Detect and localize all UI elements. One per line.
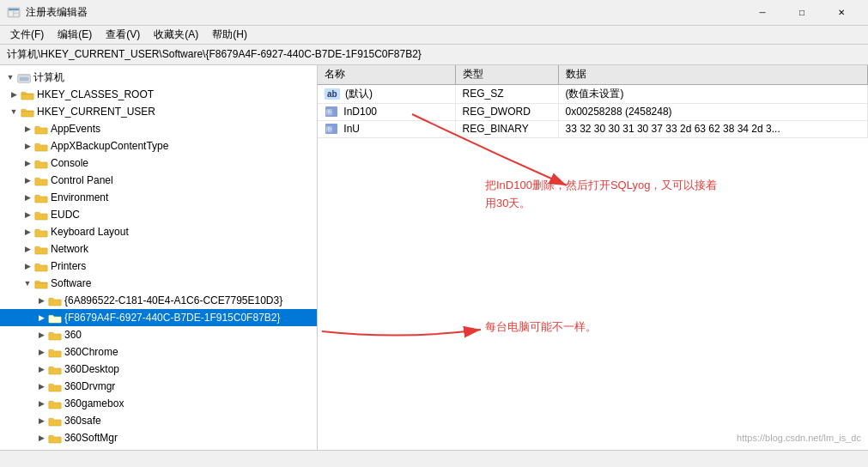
registry-panel: 名称 类型 数据 ab (默认) REG_SZ (数值未设置) [318,65,868,450]
expand-arrow [34,294,48,307]
folder-icon [48,397,62,410]
tree-item-360chrome[interactable]: 360Chrome [0,343,317,361]
menu-help[interactable]: 帮助(H) [205,26,254,44]
tree-item-360drvmgr[interactable]: 360Drvmgr [0,378,317,395]
tree-panel[interactable]: 计算机 HKEY_CLASSES_ROOT HKEY_CURRENT [0,65,318,450]
tree-label: 360Chrome [64,346,118,358]
expand-arrow [21,242,34,256]
folder-icon [21,88,34,101]
tree-item-appevents[interactable]: AppEvents [0,120,317,137]
folder-icon [48,328,62,342]
tree-label: 360SoftMgr [64,432,118,444]
expand-arrow [21,276,34,290]
reg-name: ab (默认) [318,84,455,103]
maximize-button[interactable]: □ [782,0,822,26]
tree-item-360[interactable]: 360 [0,326,317,343]
expand-arrow [21,191,34,204]
reg-data: 0x00258288 (2458248) [558,103,868,120]
tree-item-keyboard-layout[interactable]: Keyboard Layout [0,223,317,240]
tree-label: Console [51,157,88,169]
tree-label: 360WallPaper [64,449,129,450]
main-content: 计算机 HKEY_CLASSES_ROOT HKEY_CURRENT [0,65,868,450]
expand-arrow [34,448,48,450]
tree-label: 360Drvmgr [64,380,115,392]
menu-file[interactable]: 文件(F) [3,26,51,44]
tree-item-network[interactable]: Network [0,240,317,258]
tree-label: 360Desktop [64,363,119,375]
tree-label: Network [51,243,88,255]
expand-arrow [21,122,34,136]
tree-item-360gamebox[interactable]: 360gamebox [0,395,317,412]
expand-arrow [21,259,34,273]
svg-rect-4 [14,14,19,16]
folder-icon [48,379,62,393]
menu-view[interactable]: 查看(V) [99,26,147,44]
reg-name: 圈 InU [318,120,455,137]
tree-item-guid2[interactable]: {F8679A4F-6927-440C-B7DE-1F915C0F87B2} [0,309,317,326]
tree-item-console[interactable]: Console [0,155,317,172]
expand-arrow [21,139,34,153]
expand-arrow [21,225,34,239]
tree-item-environment[interactable]: Environment [0,189,317,206]
table-row[interactable]: 圈 InD100 REG_DWORD 0x00258288 (2458248) [318,103,868,120]
menu-favorites[interactable]: 收藏夹(A) [147,26,205,44]
folder-icon [34,225,48,239]
col-data: 数据 [558,65,868,84]
table-row[interactable]: ab (默认) REG_SZ (数值未设置) [318,84,868,103]
folder-icon [48,311,62,324]
tree-label: AppXBackupContentType [51,140,168,152]
menu-edit[interactable]: 编辑(E) [51,26,99,44]
tree-label: AppEvents [51,123,100,135]
tree-label: Software [51,277,91,289]
minimize-button[interactable]: ─ [743,0,782,26]
tree-label: HKEY_CURRENT_USER [37,106,155,118]
folder-icon [48,345,62,359]
tree-item-360wallpaper[interactable]: 360WallPaper [0,446,317,450]
folder-icon [34,276,48,290]
tree-label: 360safe [64,415,101,427]
expand-arrow [34,431,48,445]
tree-item-360softmgr[interactable]: 360SoftMgr [0,429,317,446]
expand-arrow [21,208,34,221]
tree-item-hkcu[interactable]: HKEY_CURRENT_USER [0,103,317,120]
tree-item-360desktop[interactable]: 360Desktop [0,361,317,378]
tree-item-printers[interactable]: Printers [0,258,317,275]
close-button[interactable]: ✕ [822,0,861,26]
tree-label: 计算机 [33,70,64,85]
registry-table-wrap[interactable]: 名称 类型 数据 ab (默认) REG_SZ (数值未设置) [318,65,868,450]
tree-item-eudc[interactable]: EUDC [0,206,317,223]
svg-rect-7 [19,76,28,81]
folder-icon [34,191,48,204]
folder-icon [34,122,48,136]
reg-icon: 圈 [325,123,338,135]
folder-icon [34,139,48,153]
expand-arrow [7,88,21,101]
registry-table: 名称 类型 数据 ab (默认) REG_SZ (数值未设置) [318,65,868,138]
tree-item-360safe[interactable]: 360safe [0,412,317,429]
svg-rect-3 [14,11,19,13]
table-row[interactable]: 圈 InU REG_BINARY 33 32 30 30 31 30 37 33… [318,120,868,137]
reg-icon: 圈 [325,106,338,118]
folder-icon [21,105,34,118]
tree-item-controlpanel[interactable]: Control Panel [0,172,317,189]
reg-name: 圈 InD100 [318,103,455,120]
tree-item-computer[interactable]: 计算机 [0,69,317,86]
title-bar-left: 注册表编辑器 [7,5,88,20]
reg-type: REG_SZ [455,84,558,103]
tree-item-software[interactable]: Software [0,275,317,292]
tree-item-hkcr[interactable]: HKEY_CLASSES_ROOT [0,86,317,103]
folder-icon [34,208,48,221]
status-bar [0,450,868,467]
ab-icon: ab [325,88,340,100]
svg-rect-1 [9,9,19,10]
tree-item-appxbackup[interactable]: AppXBackupContentType [0,137,317,155]
svg-text:圈: 圈 [326,109,332,115]
folder-icon [34,242,48,256]
expand-arrow [34,362,48,376]
folder-icon [34,156,48,170]
window-controls: ─ □ ✕ [743,0,861,26]
expand-arrow [3,70,17,84]
folder-icon [34,173,48,187]
tree-item-guid1[interactable]: {6A896522-C181-40E4-A1C6-CCE7795E10D3} [0,292,317,309]
expand-arrow [34,379,48,393]
